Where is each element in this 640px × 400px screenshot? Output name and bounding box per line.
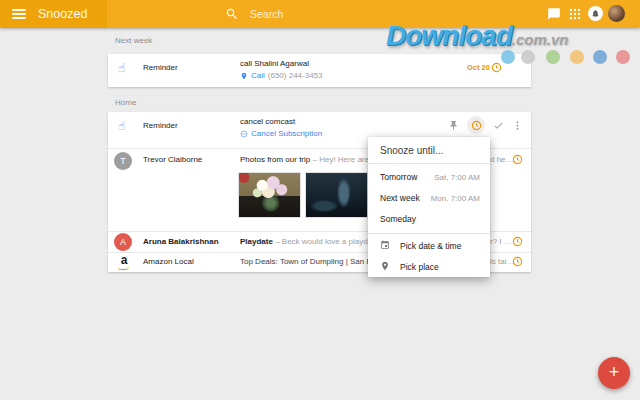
compose-fab-button[interactable]: + [598, 357, 630, 389]
pick-date-time-item[interactable]: Pick date & time [368, 236, 490, 256]
notification-bell-icon [591, 9, 600, 18]
sender-name: Trevor Claiborne [143, 155, 202, 164]
search-input[interactable]: Search [250, 8, 283, 20]
avatar: A [114, 233, 132, 251]
subject-text: cancel comcast [240, 117, 295, 126]
snooze-option-next-week[interactable]: Next week Mon, 7:00 AM [368, 187, 490, 208]
apps-grid-icon[interactable] [568, 7, 582, 21]
top-app-bar: Search Snoozed [0, 0, 640, 28]
account-avatar[interactable] [608, 5, 625, 22]
page-title: Snoozed [38, 7, 87, 21]
snooze-option-someday[interactable]: Someday [368, 208, 490, 229]
plus-icon: + [609, 363, 620, 381]
snooze-menu-title: Snooze until... [380, 145, 443, 156]
snooze-clock-icon [512, 154, 523, 165]
section-label-home: Home [115, 98, 136, 107]
row-hover-actions [448, 116, 523, 134]
cancel-subscription-link[interactable]: Cancel Subscription [251, 129, 322, 138]
section-label-next-week: Next week [115, 36, 152, 45]
assist-action[interactable]: Cancel Subscription [240, 129, 322, 138]
subject-text: Top Deals: Town of Dumpling | San Franci… [240, 257, 368, 266]
sender-name: Reminder [143, 63, 178, 72]
reminder-hand-icon: ☝ [118, 120, 125, 132]
photo-attachment-figure[interactable] [305, 172, 368, 218]
more-vert-icon[interactable] [512, 120, 523, 131]
next-week-card: ☝ Reminder call Shalini Agarwal Call (65… [108, 54, 531, 87]
pin-icon[interactable] [448, 120, 459, 131]
sender-name: Amazon Local [143, 257, 194, 266]
place-pin-icon [380, 261, 390, 271]
inbox-snoozed-screen: Search Snoozed Download.com.vn Next week [0, 0, 640, 400]
snippet-text: Beck would love a playdate wit [282, 237, 368, 246]
search-icon[interactable] [225, 7, 239, 21]
phone-number: (650) 244-3453 [268, 71, 323, 80]
snooze-clock-icon [512, 236, 523, 247]
amazon-smile-icon [118, 266, 129, 270]
calendar-icon [380, 240, 390, 250]
sender-name: Reminder [143, 121, 178, 130]
subject-text: Playdate [240, 237, 273, 246]
reminder-hand-icon: ☝ [118, 62, 125, 74]
call-link[interactable]: Call [251, 71, 265, 80]
call-pin-icon [240, 72, 248, 80]
subject-text: call Shalini Agarwal [240, 59, 309, 68]
chat-icon[interactable] [547, 7, 561, 21]
snippet-tail: ls tai… [490, 257, 514, 266]
subject-text: Photos from our trip [240, 155, 310, 164]
snooze-clock-icon [491, 62, 502, 73]
link-icon [240, 130, 248, 138]
amazon-logo-icon: a [116, 254, 132, 270]
avatar: T [114, 152, 132, 170]
snippet-text: Hey! Here are some [319, 155, 368, 164]
snooze-menu: Snooze until... Tomorrow Sat, 7:00 AM Ne… [368, 137, 490, 277]
list-item-call-reminder[interactable]: ☝ Reminder call Shalini Agarwal Call (65… [108, 54, 531, 87]
snooze-clock-icon [512, 256, 523, 267]
hamburger-menu-icon[interactable] [12, 9, 26, 19]
snooze-clock-icon [471, 120, 482, 131]
photo-attachment-flowers[interactable] [238, 172, 301, 218]
done-check-icon[interactable] [493, 120, 504, 131]
assist-action[interactable]: Call (650) 244-3453 [240, 71, 323, 80]
snooze-button-active[interactable] [467, 116, 485, 134]
snooze-option-tomorrow[interactable]: Tomorrow Sat, 7:00 AM [368, 166, 490, 187]
notifications-button[interactable] [588, 6, 603, 21]
sender-name: Aruna Balakrishnan [143, 237, 219, 246]
snooze-date: Oct 20 [467, 63, 490, 72]
watermark-suffix: .com.vn [512, 31, 569, 48]
snippet-tail: r? I … [490, 237, 512, 246]
pick-place-item[interactable]: Pick place [368, 257, 490, 277]
snippet-tail: d he… [490, 155, 514, 164]
